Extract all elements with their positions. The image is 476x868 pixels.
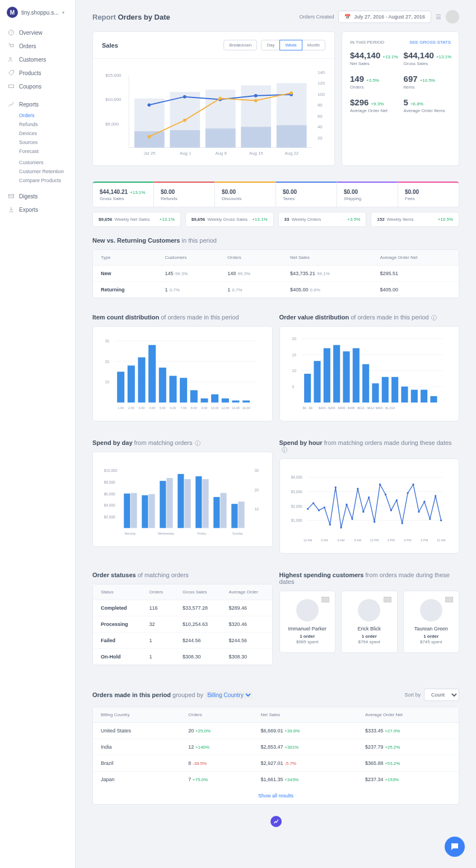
svg-point-33 xyxy=(218,97,222,100)
svg-point-27 xyxy=(183,95,186,99)
info-icon[interactable]: i xyxy=(195,440,200,446)
brand[interactable]: M tiny.shoppu.s... ▾ xyxy=(0,7,75,26)
sales-title: Sales xyxy=(102,42,118,49)
nav-sub-refunds[interactable]: Refunds xyxy=(0,120,75,129)
svg-rect-121 xyxy=(238,502,244,528)
svg-text:3 PM: 3 PM xyxy=(387,539,394,542)
svg-rect-113 xyxy=(166,478,172,528)
svg-text:$10,000: $10,000 xyxy=(104,468,118,472)
nav-digests[interactable]: Digests xyxy=(0,189,75,203)
nav-sub-forecast[interactable]: Forecast xyxy=(0,147,75,156)
nav-sub-retention[interactable]: Customer Retention xyxy=(0,167,75,176)
nav-exports[interactable]: Exports xyxy=(0,203,75,216)
info-icon[interactable]: i xyxy=(282,447,287,453)
metric-tile[interactable]: $0.00Refunds xyxy=(153,182,215,207)
seg-day[interactable]: Day xyxy=(261,40,280,50)
svg-rect-114 xyxy=(178,474,184,528)
nav-sub-orders[interactable]: Orders xyxy=(0,111,75,120)
svg-point-143 xyxy=(357,488,358,490)
info-icon[interactable]: i xyxy=(431,315,437,321)
svg-text:120: 120 xyxy=(318,81,325,86)
svg-text:16.00: 16.00 xyxy=(242,406,250,410)
svg-text:3.00: 3.00 xyxy=(139,406,145,410)
table-row[interactable]: New14599.3%14899.3%$43,735.2199.1%$295.5… xyxy=(93,266,459,282)
customer-card[interactable]: Taurean Green1 order$745 spent xyxy=(403,591,460,653)
svg-point-140 xyxy=(340,527,342,528)
svg-rect-19 xyxy=(170,130,200,147)
nav-reports[interactable]: Reports xyxy=(0,98,75,111)
customer-avatar xyxy=(296,599,319,621)
sales-chart: $15,000 $10,000 $5,000 140 120 100 80 60… xyxy=(93,59,334,165)
metric-tile[interactable]: $0.00Taxes xyxy=(276,182,337,207)
nav-overview[interactable]: Overview xyxy=(0,26,75,39)
svg-text:9.00: 9.00 xyxy=(202,406,208,410)
svg-text:5.00: 5.00 xyxy=(160,406,166,410)
svg-point-155 xyxy=(423,501,425,503)
date-range-picker[interactable]: 📅 July 27, 2016 - August 27, 2016 xyxy=(338,11,431,23)
ticket-icon xyxy=(8,83,15,90)
svg-text:12.00: 12.00 xyxy=(221,406,229,410)
svg-text:10: 10 xyxy=(292,369,296,373)
svg-text:80: 80 xyxy=(318,103,323,108)
svg-text:$10,000: $10,000 xyxy=(105,97,122,102)
table-row[interactable]: Japan7 +75.0%$1,661.35 +343%$237.34 +153… xyxy=(93,772,459,788)
table-row[interactable]: Returning10.7%10.7%$405.000.9%$405.00 xyxy=(93,282,459,298)
metric-tile[interactable]: $0.00Fees xyxy=(398,182,459,207)
table-row[interactable]: Completed116$33,577.28$289.46 xyxy=(93,600,272,616)
svg-point-145 xyxy=(368,496,370,498)
nav-sub-devices[interactable]: Devices xyxy=(0,129,75,138)
topcust-title: Highest spending customers from orders m… xyxy=(279,572,460,585)
svg-text:Monday: Monday xyxy=(124,532,136,535)
svg-text:$1,000: $1,000 xyxy=(291,518,302,522)
nav-sub-compare[interactable]: Compare Products xyxy=(0,176,75,185)
metric-tile[interactable]: $0.00Shipping xyxy=(337,182,398,207)
table-row[interactable]: Processing32$10,254.63$320.46 xyxy=(93,616,272,633)
svg-rect-82 xyxy=(314,361,320,402)
svg-text:20: 20 xyxy=(318,136,323,141)
nav-coupons[interactable]: Coupons xyxy=(0,80,75,93)
users-icon xyxy=(8,56,15,63)
customer-card[interactable]: Immanuel Parker1 order$985 spent xyxy=(279,591,336,653)
metric-tile[interactable]: $44,140.21+13.1%Gross Sales xyxy=(92,182,154,207)
table-row[interactable]: India12 +140%$2,853.47 +301%$237.79 +25.… xyxy=(93,739,459,755)
flag-icon xyxy=(321,597,329,602)
svg-rect-91 xyxy=(401,387,408,403)
svg-text:12 AM: 12 AM xyxy=(303,539,312,542)
svg-point-151 xyxy=(401,522,403,524)
seg-week[interactable]: Week xyxy=(279,40,302,50)
menu-icon[interactable]: ☰ xyxy=(436,13,441,21)
table-row[interactable]: United States20 +25.0%$6,669.01 +39.8%$3… xyxy=(93,723,459,739)
top-customers: Immanuel Parker1 order$985 spentErick Bl… xyxy=(279,591,460,653)
footer-badge[interactable] xyxy=(270,816,282,827)
show-all-link[interactable]: Show all results xyxy=(93,787,459,804)
svg-point-29 xyxy=(254,94,258,98)
svg-text:6 PM: 6 PM xyxy=(404,539,411,542)
user-avatar[interactable] xyxy=(446,10,459,24)
svg-text:$612 - $612: $612 - $612 xyxy=(357,406,374,410)
item-dist-title: Item count distribution of orders made i… xyxy=(92,314,273,321)
nav-customers[interactable]: Customers xyxy=(0,53,75,66)
breakdown-button[interactable]: Breakdown xyxy=(223,40,257,50)
sort-select[interactable]: Count xyxy=(424,689,459,701)
svg-point-148 xyxy=(384,494,386,495)
nav-orders[interactable]: Orders xyxy=(0,39,75,53)
statuses-title: Order statuses of matching orders xyxy=(92,572,273,578)
nav-products[interactable]: Products xyxy=(0,66,75,80)
group-by-select[interactable]: Billing Country xyxy=(205,691,253,699)
table-row[interactable]: Brazil8 -38.5%$2,927.01 -5.7%$365.88 +53… xyxy=(93,755,459,772)
svg-text:Aug 1: Aug 1 xyxy=(180,151,191,156)
svg-point-139 xyxy=(334,486,336,488)
gross-stats-link[interactable]: SEE GROSS STATS xyxy=(409,40,451,45)
svg-rect-54 xyxy=(190,390,198,402)
svg-rect-87 xyxy=(362,364,369,402)
customer-card[interactable]: Erick Blick1 order$794 spent xyxy=(341,591,398,653)
customer-avatar xyxy=(358,599,380,621)
metric-tile[interactable]: $0.00Discounts xyxy=(214,182,276,207)
seg-month[interactable]: Month xyxy=(302,40,325,50)
nav-sub-customers[interactable]: Customers xyxy=(0,158,75,167)
table-row[interactable]: On-Hold1$308.30$308.30 xyxy=(93,649,272,665)
main-content: Report Orders by Date Orders Created 📅 J… xyxy=(76,0,476,837)
nav-sub-sources[interactable]: Sources xyxy=(0,138,75,147)
table-row[interactable]: Failed1$244.56$244.56 xyxy=(93,633,272,649)
statuses-table: StatusOrdersGross SalesAverage Order Com… xyxy=(93,584,272,665)
